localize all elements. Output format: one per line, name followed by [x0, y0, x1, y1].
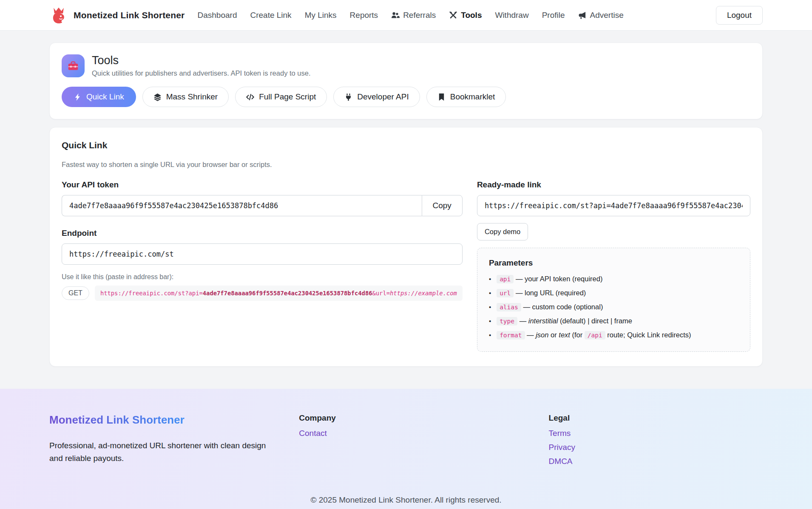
footer: Monetized Link Shortener Professional, a… — [0, 389, 812, 509]
parameters-title: Parameters — [489, 258, 738, 268]
quick-link-left-column: Your API token Copy Endpoint Use it like… — [62, 180, 463, 352]
footer-legal-title: Legal — [549, 413, 763, 423]
parameter-code: url — [497, 289, 514, 297]
copy-demo-button[interactable]: Copy demo — [477, 223, 528, 240]
parameter-code: alias — [497, 303, 521, 311]
tools-tab-row: Quick Link Mass Shrinker Full Page Scrip… — [62, 87, 750, 107]
http-method-badge: GET — [62, 286, 89, 300]
nav-item-withdraw[interactable]: Withdraw — [495, 11, 528, 20]
usage-url-prefix: https://freeaipic.com/st?api= — [100, 290, 203, 297]
nav-item-label: Create Link — [250, 11, 291, 20]
main-content: Tools Quick utilities for publishers and… — [0, 31, 812, 389]
parameter-code: type — [497, 317, 517, 325]
parameter-item: api — your API token (required) — [489, 274, 738, 284]
footer-link-privacy[interactable]: Privacy — [549, 443, 575, 452]
endpoint-label: Endpoint — [62, 229, 463, 238]
toolbox-icon — [62, 54, 85, 77]
page-title: Tools — [92, 54, 311, 67]
tab-label: Mass Shrinker — [166, 92, 218, 102]
tab-developer-api[interactable]: Developer API — [333, 87, 420, 107]
footer-company-column: Company Contact — [299, 413, 548, 471]
nav-item-label: Referrals — [403, 11, 436, 20]
footer-description: Professional, ad-monetized URL shortener… — [49, 439, 279, 465]
footer-link-dmca[interactable]: DMCA — [549, 457, 573, 466]
tab-quick-link[interactable]: Quick Link — [62, 87, 136, 107]
stack-icon — [153, 93, 162, 101]
tab-mass-shrinker[interactable]: Mass Shrinker — [142, 87, 229, 107]
brand-name: Monetized Link Shortener — [74, 10, 185, 20]
parameter-item: format — json or text (for /api route; Q… — [489, 330, 738, 340]
tools-icon — [449, 11, 457, 20]
section-description: Fastest way to shorten a single URL via … — [62, 161, 750, 169]
bookmark-icon — [437, 93, 446, 101]
tab-label: Developer API — [357, 92, 409, 102]
parameters-list: api — your API token (required)url — lon… — [489, 274, 738, 340]
nav-item-profile[interactable]: Profile — [542, 11, 565, 20]
footer-legal-column: Legal Terms Privacy DMCA — [549, 413, 763, 471]
king-logo-icon — [49, 6, 68, 25]
parameter-item: url — long URL (required) — [489, 288, 738, 298]
usage-url-param: &url= — [372, 290, 390, 297]
nav-item-label: Dashboard — [198, 11, 237, 20]
api-token-label: Your API token — [62, 180, 463, 189]
tab-bookmarklet[interactable]: Bookmarklet — [426, 87, 506, 107]
footer-link-contact[interactable]: Contact — [299, 429, 327, 438]
copy-token-button[interactable]: Copy — [422, 195, 463, 216]
nav-item-label: Profile — [542, 11, 565, 20]
parameter-item: type — interstitial (default) | direct |… — [489, 316, 738, 326]
nav-links: Dashboard Create Link My Links Reports R… — [198, 11, 624, 20]
nav-item-advertise[interactable]: Advertise — [578, 11, 624, 20]
tab-full-page-script[interactable]: Full Page Script — [235, 87, 327, 107]
nav-item-create-link[interactable]: Create Link — [250, 11, 291, 20]
tab-label: Quick Link — [86, 92, 124, 102]
nav-item-label: My Links — [305, 11, 337, 20]
nav-item-label: Tools — [461, 11, 482, 20]
section-title: Quick Link — [62, 140, 750, 150]
nav-item-tools[interactable]: Tools — [449, 11, 482, 20]
page-subtitle: Quick utilities for publishers and adver… — [92, 69, 311, 77]
endpoint-input[interactable] — [62, 243, 463, 265]
nav-item-label: Withdraw — [495, 11, 528, 20]
quick-link-card: Quick Link Fastest way to shorten a sing… — [49, 127, 763, 367]
ready-link-input[interactable] — [477, 195, 750, 216]
footer-brand-column: Monetized Link Shortener Professional, a… — [49, 413, 299, 471]
plug-icon — [344, 93, 352, 101]
nav-item-label: Advertise — [590, 11, 624, 20]
parameter-code: format — [497, 331, 525, 339]
code-icon — [246, 93, 254, 101]
nav-item-my-links[interactable]: My Links — [305, 11, 337, 20]
parameter-item: alias — custom code (optional) — [489, 302, 738, 312]
footer-company-title: Company — [299, 413, 548, 423]
parameter-code: api — [497, 275, 514, 283]
quick-link-right-column: Ready-made link Copy demo Parameters api… — [477, 180, 750, 352]
nav-item-referrals[interactable]: Referrals — [391, 11, 436, 20]
usage-example-url: https://example.com — [390, 290, 457, 297]
lightning-icon — [74, 93, 82, 101]
tab-label: Full Page Script — [259, 92, 316, 102]
usage-example-code: https://freeaipic.com/st?api=4ade7f7e8aa… — [95, 286, 463, 301]
usage-token: 4ade7f7e8aaaa96f9f55587e4ac230425e165387… — [203, 290, 372, 297]
parameters-box: Parameters api — your API token (require… — [477, 248, 750, 352]
footer-brand-name: Monetized Link Shortener — [49, 413, 185, 427]
nav-item-label: Reports — [350, 11, 378, 20]
nav-item-dashboard[interactable]: Dashboard — [198, 11, 237, 20]
tab-label: Bookmarklet — [450, 92, 495, 102]
copyright-text: © 2025 Monetized Link Shortener. All rig… — [49, 495, 763, 509]
navbar: Monetized Link Shortener Dashboard Creat… — [0, 0, 812, 31]
ready-link-label: Ready-made link — [477, 180, 750, 189]
api-token-input[interactable] — [62, 195, 422, 216]
people-icon — [391, 11, 400, 20]
usage-hint: Use it like this (paste in address bar): — [62, 273, 463, 281]
footer-link-terms[interactable]: Terms — [549, 429, 571, 438]
nav-item-reports[interactable]: Reports — [350, 11, 378, 20]
brand-logo-link[interactable]: Monetized Link Shortener — [49, 6, 185, 25]
tools-header-card: Tools Quick utilities for publishers and… — [49, 42, 763, 119]
logout-button[interactable]: Logout — [716, 6, 763, 25]
megaphone-icon — [578, 11, 587, 20]
